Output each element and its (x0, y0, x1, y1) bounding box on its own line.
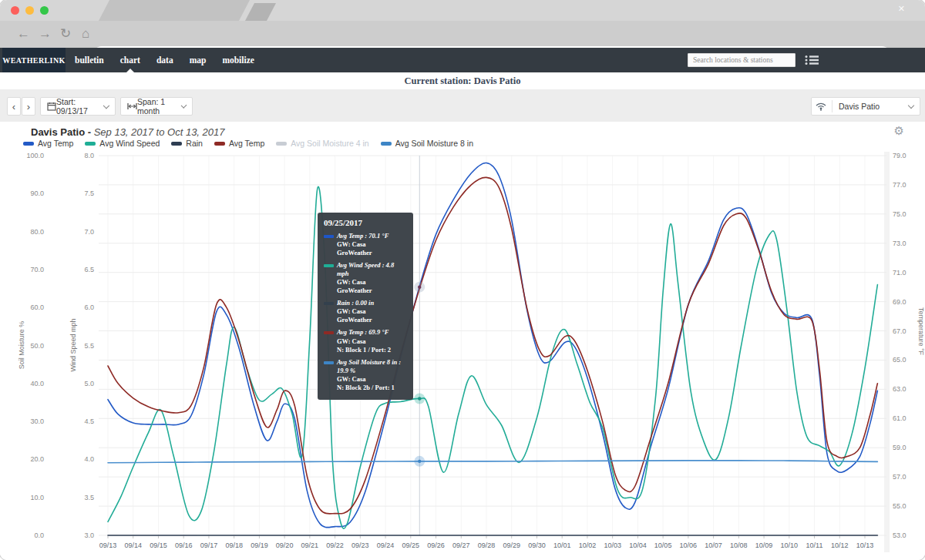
refresh-icon[interactable]: ↻ (60, 25, 71, 42)
close-window-button[interactable] (11, 6, 19, 15)
legend-label: Avg Soil Moisture 8 in (395, 139, 473, 148)
tooltip-entry-text: Avg Temp : 69.9 °FGW: CasaN: Block 1 / P… (337, 328, 407, 354)
browser-tab-strip: ✕ (0, 0, 925, 21)
legend-label: Avg Wind Speed (99, 139, 160, 148)
app-nav: WEATHERLINK bulletinchartdatamapmobilize (0, 48, 925, 72)
calendar-icon (47, 102, 56, 111)
tooltip-swatch (324, 331, 334, 334)
prev-period-button[interactable]: ‹ (7, 97, 21, 116)
zoom-window-button[interactable] (40, 6, 49, 15)
legend-item[interactable]: Rain (171, 139, 203, 148)
tooltip-swatch (324, 302, 334, 305)
station-list-icon[interactable] (805, 55, 819, 65)
chart-title: Davis Patio - Sep 13, 2017 to Oct 13, 20… (31, 126, 225, 138)
tooltip-entry-text: Avg Wind Speed : 4.8 mphGW: CasaGroWeath… (337, 261, 407, 295)
chart-card: Davis Patio - Sep 13, 2017 to Oct 13, 20… (0, 122, 925, 560)
start-date-label: Start: 09/13/17 (56, 97, 104, 116)
tooltip-entry: Avg Wind Speed : 4.8 mphGW: CasaGroWeath… (324, 261, 407, 295)
legend-item[interactable]: Avg Temp (23, 139, 73, 148)
minimize-window-button[interactable] (25, 6, 34, 15)
legend-label: Avg Soil Moisture 4 in (291, 139, 368, 148)
chevron-down-icon (908, 102, 914, 108)
browser-tab[interactable] (99, 0, 250, 21)
legend-item[interactable]: Avg Temp (214, 139, 264, 148)
divider (832, 100, 832, 112)
tooltip-entry: Avg Soil Moisture 8 in : 19.9 %GW: CasaN… (324, 358, 407, 392)
traffic-lights (11, 6, 49, 15)
station-signal-icon (815, 101, 827, 112)
tooltip-swatch (324, 361, 334, 364)
tooltip-entry-text: Rain : 0.00 inGW: CasaGroWeather (337, 299, 407, 324)
chevron-down-icon (103, 102, 109, 108)
nav-tab-chart[interactable]: chart (120, 48, 140, 72)
search-input[interactable] (688, 53, 796, 67)
current-station-bar: Current station: Davis Patio (0, 72, 925, 89)
nav-tab-mobilize[interactable]: mobilize (222, 48, 254, 72)
legend-swatch (276, 142, 287, 146)
chart-title-range: Sep 13, 2017 to Oct 13, 2017 (94, 126, 225, 138)
tooltip-swatch (324, 264, 334, 267)
current-station-label: Current station: Davis Patio (405, 75, 521, 87)
tooltip-entry: Rain : 0.00 inGW: CasaGroWeather (324, 299, 407, 324)
nav-tab-map[interactable]: map (190, 48, 207, 72)
browser-toolbar: ← → ↻ ⌂ https://www.weatherlink.com (0, 21, 925, 48)
browser-tab-inactive[interactable] (245, 3, 276, 21)
nav-tab-data[interactable]: data (156, 48, 173, 72)
span-dropdown[interactable]: Span: 1 month (120, 97, 193, 116)
legend-swatch (381, 142, 392, 146)
tooltip-entry-text: Avg Temp : 70.1 °FGW: CasaGroWeather (337, 232, 407, 257)
legend-swatch (214, 142, 225, 146)
legend-label: Avg Temp (38, 139, 73, 148)
tooltip-entry: Avg Temp : 69.9 °FGW: CasaN: Block 1 / P… (324, 328, 407, 354)
legend-swatch (85, 142, 96, 146)
controls-band: ‹ › Start: 09/13/17 Span: 1 month Davis … (0, 89, 925, 122)
legend-item[interactable]: Avg Soil Moisture 4 in (276, 139, 368, 148)
weatherlink-logo: WEATHERLINK (2, 48, 66, 72)
home-icon[interactable]: ⌂ (82, 25, 89, 42)
tooltip-entry-text: Avg Soil Moisture 8 in : 19.9 %GW: CasaN… (337, 358, 407, 392)
station-selector-dropdown[interactable]: Davis Patio (811, 97, 920, 116)
legend-swatch (23, 142, 34, 146)
legend-item[interactable]: Avg Soil Moisture 8 in (381, 139, 473, 148)
gear-icon[interactable]: ⚙ (894, 124, 904, 138)
start-date-dropdown[interactable]: Start: 09/13/17 (40, 97, 116, 116)
legend-label: Avg Temp (229, 139, 264, 148)
legend-swatch (171, 142, 182, 146)
nav-tab-bulletin[interactable]: bulletin (75, 48, 104, 72)
close-tab-icon[interactable]: ✕ (898, 5, 905, 13)
tooltip-swatch (324, 235, 334, 238)
nav-tabs: bulletinchartdatamapmobilize (75, 48, 254, 72)
chart-tooltip: 09/25/2017Avg Temp : 70.1 °FGW: CasaGroW… (318, 213, 413, 400)
chart-title-station: Davis Patio - (31, 126, 91, 138)
station-selector-label: Davis Patio (839, 102, 909, 111)
forward-icon[interactable]: → (39, 25, 52, 42)
legend-item[interactable]: Avg Wind Speed (85, 139, 160, 148)
next-period-button[interactable]: › (22, 97, 35, 116)
tooltip-entry: Avg Temp : 70.1 °FGW: CasaGroWeather (324, 232, 407, 257)
tooltip-date: 09/25/2017 (324, 218, 407, 227)
span-label: Span: 1 month (137, 97, 182, 116)
back-icon[interactable]: ← (17, 25, 30, 42)
browser-window: ✕ ← → ↻ ⌂ https://www.weatherlink.com WE… (0, 0, 925, 560)
chart-legend: Avg TempAvg Wind SpeedRainAvg TempAvg So… (23, 139, 473, 148)
span-icon (127, 102, 137, 110)
legend-label: Rain (186, 139, 203, 148)
